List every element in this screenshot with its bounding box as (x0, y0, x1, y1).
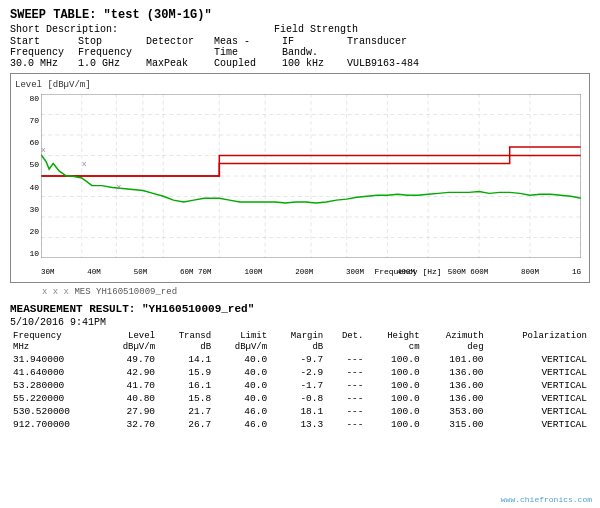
table-row: 53.28000041.7016.140.0-1.7---100.0136.00… (10, 379, 590, 392)
val-transducer: VULB9163-484 (347, 58, 437, 69)
svg-text:x: x (116, 182, 121, 191)
chart-inner: Level [dBµV/m] (13, 78, 587, 278)
measurement-title: MEASUREMENT RESULT: "YH160510009_red" (10, 303, 590, 315)
table-cell: 41.640000 (10, 366, 102, 379)
val-start: 30.0 MHz (10, 58, 78, 69)
table-cell: 42.90 (102, 366, 158, 379)
col-start: Start (10, 36, 78, 47)
val-detector: MaxPeak (146, 58, 214, 69)
legend-mes-label: MES YH160510009_red (74, 287, 177, 297)
th-dbuvm-limit: dBµV/m (214, 342, 270, 353)
table-cell: 13.3 (270, 418, 326, 431)
y-tick-40: 40 (29, 183, 39, 192)
table-cell: 40.0 (214, 379, 270, 392)
col-freq2: Frequency (78, 47, 146, 58)
table-cell: --- (326, 353, 366, 366)
table-cell: VERTICAL (487, 418, 590, 431)
val-meas: Coupled (214, 58, 282, 69)
table-cell: 15.8 (158, 392, 214, 405)
table-cell: 41.70 (102, 379, 158, 392)
table-cell: 49.70 (102, 353, 158, 366)
col-freq1: Frequency (10, 47, 78, 58)
col-detector: Detector (146, 36, 214, 47)
table-cell: 100.0 (367, 379, 423, 392)
measurement-date: 5/10/2016 9:41PM (10, 317, 590, 328)
th-polarization: Polarization (487, 331, 590, 342)
col-if: IF (282, 36, 337, 47)
table-cell: -1.7 (270, 379, 326, 392)
svg-text:x: x (82, 160, 87, 169)
th-margin: Margin (270, 331, 326, 342)
table-cell: 40.80 (102, 392, 158, 405)
table-cell: 912.700000 (10, 418, 102, 431)
th-db-transd: dB (158, 342, 214, 353)
table-cell: 315.00 (423, 418, 487, 431)
val-stop: 1.0 GHz (78, 58, 146, 69)
table-cell: VERTICAL (487, 405, 590, 418)
table-cell: -0.8 (270, 392, 326, 405)
table-cell: 40.0 (214, 353, 270, 366)
th-dbuvm: dBµV/m (102, 342, 158, 353)
table-cell: 100.0 (367, 366, 423, 379)
legend-x-marker: x x x (42, 287, 69, 297)
table-row: 55.22000040.8015.840.0-0.8---100.0136.00… (10, 392, 590, 405)
table-cell: 136.00 (423, 366, 487, 379)
table-row: 41.64000042.9015.940.0-2.9---100.0136.00… (10, 366, 590, 379)
th-transd: Transd (158, 331, 214, 342)
th-cm: cm (367, 342, 423, 353)
col-time: Time (214, 47, 282, 58)
watermark: www.chiefronics.com (501, 495, 592, 504)
measurement-section: MEASUREMENT RESULT: "YH160510009_red" 5/… (10, 303, 590, 431)
table-cell: 46.0 (214, 405, 270, 418)
table-cell: 136.00 (423, 392, 487, 405)
table-cell: 55.220000 (10, 392, 102, 405)
th-det: Det. (326, 331, 366, 342)
val-if: 100 kHz (282, 58, 337, 69)
table-cell: 26.7 (158, 418, 214, 431)
table-cell: 27.90 (102, 405, 158, 418)
table-cell: --- (326, 392, 366, 405)
th-deg: deg (423, 342, 487, 353)
sweep-title: SWEEP TABLE: "test (30M-1G)" (10, 8, 590, 22)
table-cell: 100.0 (367, 392, 423, 405)
th-level: Level (102, 331, 158, 342)
col-meas: Meas - (214, 36, 282, 47)
x-axis-label: Frequency [Hz] (13, 267, 587, 276)
table-cell: --- (326, 405, 366, 418)
desc-label: Short Description: (10, 24, 118, 35)
table-row: 31.94000049.7014.140.0-9.7---100.0101.00… (10, 353, 590, 366)
y-axis-ticks: 80 70 60 50 40 30 20 10 (13, 94, 41, 258)
measurement-table-body: 31.94000049.7014.140.0-9.7---100.0101.00… (10, 353, 590, 431)
th-det-sub (326, 342, 366, 353)
table-cell: 46.0 (214, 418, 270, 431)
table-row: 912.70000032.7026.746.013.3---100.0315.0… (10, 418, 590, 431)
col-stop: Stop (78, 36, 146, 47)
table-header-row: Frequency Level Transd Limit Margin Det.… (10, 331, 590, 342)
table-cell: --- (326, 366, 366, 379)
desc-value: Field Strength (274, 24, 358, 35)
table-subheader-row: MHz dBµV/m dB dBµV/m dB cm deg (10, 342, 590, 353)
table-cell: VERTICAL (487, 392, 590, 405)
table-cell: 53.280000 (10, 379, 102, 392)
table-cell: VERTICAL (487, 366, 590, 379)
table-cell: 353.00 (423, 405, 487, 418)
table-cell: --- (326, 379, 366, 392)
y-tick-80: 80 (29, 94, 39, 103)
chart-svg: x x x (41, 94, 581, 258)
table-cell: -9.7 (270, 353, 326, 366)
col-transducer: Transducer (347, 36, 437, 47)
svg-text:x: x (41, 145, 46, 154)
table-cell: 100.0 (367, 353, 423, 366)
y-tick-60: 60 (29, 138, 39, 147)
measurement-table: Frequency Level Transd Limit Margin Det.… (10, 331, 590, 431)
th-height: Height (367, 331, 423, 342)
y-axis-label: Level [dBµV/m] (15, 80, 91, 90)
y-tick-10: 10 (29, 249, 39, 258)
table-cell: 15.9 (158, 366, 214, 379)
table-cell: --- (326, 418, 366, 431)
table-row: 530.52000027.9021.746.018.1---100.0353.0… (10, 405, 590, 418)
table-cell: 31.940000 (10, 353, 102, 366)
table-cell: 136.00 (423, 379, 487, 392)
sweep-header: SWEEP TABLE: "test (30M-1G)" Short Descr… (10, 8, 590, 69)
table-cell: 40.0 (214, 392, 270, 405)
